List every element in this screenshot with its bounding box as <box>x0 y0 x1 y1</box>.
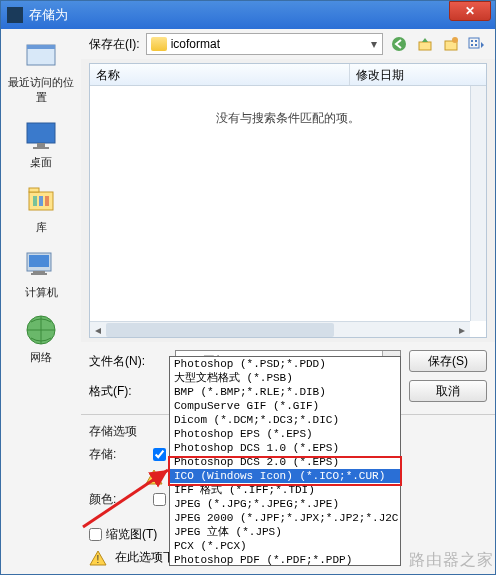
format-option[interactable]: Photoshop EPS (*.EPS) <box>170 427 400 441</box>
scroll-left-icon[interactable]: ◂ <box>90 322 106 338</box>
folder-icon <box>151 37 167 51</box>
format-option[interactable]: Photoshop DCS 2.0 (*.EPS) <box>170 455 400 469</box>
sidebar-item-desktop[interactable]: 桌面 <box>6 117 76 170</box>
column-name[interactable]: 名称 <box>90 64 350 85</box>
save-button[interactable]: 保存(S) <box>409 350 487 372</box>
scroll-right-icon[interactable]: ▸ <box>454 322 470 338</box>
format-option[interactable]: ICO (Windows Icon) (*.ICO;*.CUR) <box>170 469 400 483</box>
empty-message: 没有与搜索条件匹配的项。 <box>90 86 486 127</box>
path-bar: 保存在(I): icoformat ▾ <box>81 29 495 59</box>
save-label: 存储: <box>89 446 145 463</box>
window-title: 存储为 <box>29 6 449 24</box>
computer-icon <box>23 247 59 283</box>
svg-rect-2 <box>27 123 55 143</box>
up-button[interactable] <box>415 34 435 54</box>
format-option[interactable]: 大型文档格式 (*.PSB) <box>170 371 400 385</box>
sidebar-item-computer[interactable]: 计算机 <box>6 247 76 300</box>
network-icon <box>23 312 59 348</box>
close-button[interactable]: ✕ <box>449 1 491 21</box>
svg-rect-8 <box>39 196 43 206</box>
svg-rect-1 <box>27 45 55 49</box>
format-option[interactable]: IFF 格式 (*.IFF;*.TDI) <box>170 483 400 497</box>
sidebar-item-network[interactable]: 网络 <box>6 312 76 365</box>
scrollbar-horizontal[interactable]: ◂ ▸ <box>90 321 470 337</box>
format-option[interactable]: Photoshop (*.PSD;*.PDD) <box>170 357 400 371</box>
svg-rect-6 <box>29 188 39 192</box>
warning-icon: ! <box>145 469 163 485</box>
file-list: 名称 修改日期 没有与搜索条件匹配的项。 ◂ ▸ <box>89 63 487 338</box>
svg-rect-16 <box>419 42 431 50</box>
format-option[interactable]: JPEG 立体 (*.JPS) <box>170 525 400 539</box>
app-icon <box>7 7 23 23</box>
svg-rect-12 <box>33 271 45 273</box>
svg-text:!: ! <box>97 554 100 565</box>
format-option[interactable]: PCX (*.PCX) <box>170 539 400 553</box>
svg-rect-3 <box>37 143 45 147</box>
thumbnail-checkbox[interactable]: 缩览图(T) <box>89 526 157 543</box>
svg-rect-7 <box>33 196 37 206</box>
format-label: 格式(F): <box>89 383 167 400</box>
column-date[interactable]: 修改日期 <box>350 64 486 85</box>
format-option[interactable]: JPEG 2000 (*.JPF;*.JPX;*.JP2;*.J2C;*.J2K… <box>170 511 400 525</box>
thumbnail-label: 缩览图(T) <box>106 526 157 543</box>
folder-combo[interactable]: icoformat ▾ <box>146 33 383 55</box>
places-sidebar: 最近访问的位置 桌面 库 计算机 网络 <box>1 29 81 574</box>
color-checkbox[interactable] <box>153 493 166 506</box>
svg-rect-21 <box>475 40 477 42</box>
recent-icon <box>23 37 59 73</box>
filename-label: 文件名(N): <box>89 353 167 370</box>
chevron-down-icon[interactable]: ▾ <box>366 37 382 51</box>
format-option[interactable]: JPEG (*.JPG;*.JPEG;*.JPE) <box>170 497 400 511</box>
color-label: 颜色: <box>89 491 145 508</box>
format-option[interactable]: Photoshop PDF (*.PDF;*.PDP) <box>170 553 400 566</box>
format-option[interactable]: BMP (*.BMP;*.RLE;*.DIB) <box>170 385 400 399</box>
format-option[interactable]: Photoshop DCS 1.0 (*.EPS) <box>170 441 400 455</box>
svg-rect-9 <box>45 196 49 206</box>
options-title: 存储选项 <box>89 423 145 440</box>
back-button[interactable] <box>389 34 409 54</box>
sidebar-item-label: 库 <box>6 220 76 235</box>
sidebar-item-label: 网络 <box>6 350 76 365</box>
folder-name: icoformat <box>171 37 220 51</box>
svg-rect-19 <box>469 38 479 48</box>
sidebar-item-recent[interactable]: 最近访问的位置 <box>6 37 76 105</box>
savein-label: 保存在(I): <box>89 36 140 53</box>
new-folder-button[interactable] <box>441 34 461 54</box>
sidebar-item-label: 计算机 <box>6 285 76 300</box>
desktop-icon <box>23 117 59 153</box>
sidebar-item-libraries[interactable]: 库 <box>6 182 76 235</box>
view-menu-button[interactable] <box>467 34 487 54</box>
svg-rect-13 <box>31 273 47 275</box>
cancel-button[interactable]: 取消 <box>409 380 487 402</box>
svg-rect-23 <box>475 44 477 46</box>
svg-point-15 <box>392 37 406 51</box>
format-dropdown-list[interactable]: Photoshop (*.PSD;*.PDD)大型文档格式 (*.PSB)BMP… <box>169 356 401 566</box>
libraries-icon <box>23 182 59 218</box>
warning-icon: ! <box>89 550 107 566</box>
sidebar-item-label: 桌面 <box>6 155 76 170</box>
titlebar: 存储为 ✕ <box>1 1 495 29</box>
scroll-thumb[interactable] <box>106 323 334 337</box>
svg-rect-4 <box>33 147 49 149</box>
svg-text:!: ! <box>153 473 156 484</box>
svg-point-18 <box>452 37 458 43</box>
scrollbar-vertical[interactable] <box>470 86 486 321</box>
format-option[interactable]: CompuServe GIF (*.GIF) <box>170 399 400 413</box>
format-option[interactable]: Dicom (*.DCM;*.DC3;*.DIC) <box>170 413 400 427</box>
svg-rect-20 <box>471 40 473 42</box>
sidebar-item-label: 最近访问的位置 <box>6 75 76 105</box>
svg-rect-22 <box>471 44 473 46</box>
svg-rect-11 <box>29 255 49 267</box>
